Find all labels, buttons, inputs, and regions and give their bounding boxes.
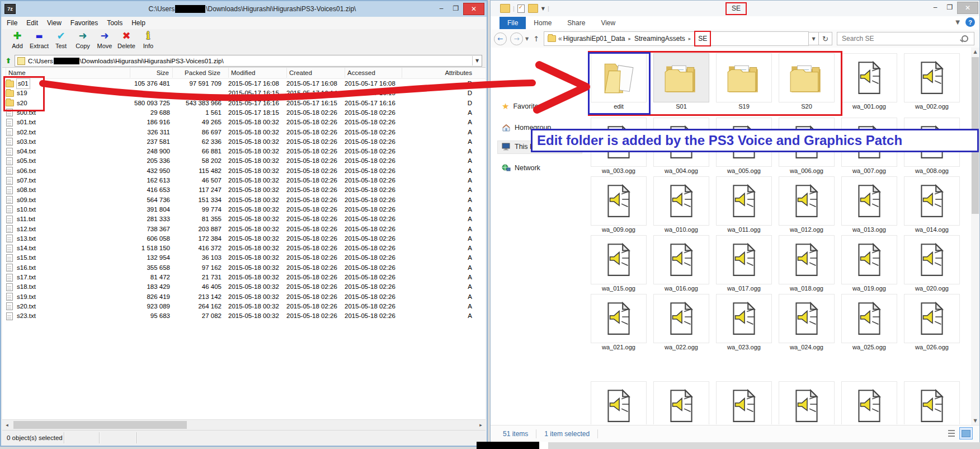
recent-locations-icon[interactable]: ▼	[525, 36, 529, 41]
column-header-modified[interactable]: Modified	[228, 68, 284, 78]
file-item-wa_026.ogg[interactable]: wa_026.ogg	[904, 294, 960, 351]
close-button[interactable]: ✕	[957, 2, 978, 14]
file-item-wa_014.ogg[interactable]: wa_014.ogg	[904, 176, 960, 233]
delete-button[interactable]: ✖Delete	[116, 29, 137, 50]
table-row-s19.txt[interactable]: s19.txt826 419213 1422015-05-18 00:32201…	[2, 292, 486, 302]
copy-button[interactable]: ➜Copy	[72, 29, 93, 50]
table-row-s02.txt[interactable]: s02.txt326 31186 6972015-05-18 00:322015…	[2, 128, 486, 137]
file-item-wa_019.ogg[interactable]: wa_019.ogg	[841, 235, 897, 292]
search-box[interactable]	[837, 32, 974, 45]
up-icon[interactable]: ↑	[533, 35, 539, 43]
scroll-down-icon[interactable]: ▼	[971, 417, 979, 425]
up-one-level-icon[interactable]: ⬆	[2, 57, 15, 65]
table-row-s00.txt[interactable]: s00.txt29 6881 5612015-05-17 18:152015-0…	[2, 108, 486, 118]
breadcrumb-item-higurashiep01_data[interactable]: HigurashiEp01_Data	[563, 35, 625, 43]
folder-item-S01[interactable]: S01	[653, 53, 709, 110]
chevron-right-icon[interactable]: ▸	[689, 36, 691, 41]
details-view-button[interactable]	[945, 427, 958, 439]
qat-dropdown-icon[interactable]: ▼	[541, 6, 545, 11]
file-item-wa_023.ogg[interactable]: wa_023.ogg	[716, 294, 772, 351]
breadcrumb-item-streamingassets[interactable]: StreamingAssets	[634, 35, 685, 43]
menu-tools[interactable]: Tools	[102, 19, 127, 27]
file-item-partial[interactable]	[841, 381, 897, 424]
vertical-scrollbar[interactable]: ▲ ▼	[971, 48, 979, 425]
minimize-button[interactable]: –	[434, 3, 449, 14]
tab-view[interactable]: View	[593, 17, 623, 29]
menu-help[interactable]: Help	[127, 19, 150, 27]
forward-icon[interactable]: →	[510, 32, 523, 45]
tab-home[interactable]: Home	[526, 17, 559, 29]
file-item-partial[interactable]	[716, 381, 772, 424]
sevenzip-address-bar[interactable]: C:\Users\Downloads\Higurashi\HigurashiPS…	[15, 55, 482, 67]
file-item-wa_001.ogg[interactable]: wa_001.ogg	[841, 53, 897, 110]
table-row-s04.txt[interactable]: s04.txt248 90066 8812015-05-18 00:322015…	[2, 147, 486, 156]
table-row-s05.txt[interactable]: s05.txt205 33658 2022015-05-18 00:322015…	[2, 156, 486, 166]
table-row-s09.txt[interactable]: s09.txt564 736151 3342015-05-18 00:32201…	[2, 195, 486, 205]
table-row-s19[interactable]: s192015-05-17 16:152015-05-17 16:142015-…	[2, 88, 486, 98]
explorer-titlebar[interactable]: | ▼ | SE – ❐ ✕	[491, 1, 979, 16]
file-item-wa_002.ogg[interactable]: wa_002.ogg	[904, 53, 960, 110]
thumbnail-view-button[interactable]	[959, 427, 973, 439]
table-row-s07.txt[interactable]: s07.txt162 61346 5072015-05-18 00:322015…	[2, 176, 486, 185]
address-dropdown-icon[interactable]: ▼	[809, 32, 819, 45]
horizontal-scrollbar[interactable]: ◂ ▸	[2, 419, 486, 431]
file-item-wa_012.ogg[interactable]: wa_012.ogg	[779, 176, 835, 233]
search-input[interactable]	[837, 34, 962, 43]
file-item-wa_017.ogg[interactable]: wa_017.ogg	[716, 235, 772, 292]
menu-view[interactable]: View	[43, 19, 66, 27]
address-dropdown-icon[interactable]: ▼	[472, 56, 482, 66]
table-row-s18.txt[interactable]: s18.txt183 42946 4052015-05-18 00:322015…	[2, 282, 486, 292]
chevron-right-icon[interactable]: ▸	[629, 36, 632, 41]
table-row-s15.txt[interactable]: s15.txt132 95436 1032015-05-18 00:322015…	[2, 253, 486, 263]
minimize-button[interactable]: –	[928, 2, 943, 13]
menu-favorites[interactable]: Favorites	[66, 19, 102, 27]
file-item-partial[interactable]	[904, 381, 960, 424]
expand-ribbon-icon[interactable]: ▼	[955, 19, 960, 25]
file-item-wa_011.ogg[interactable]: wa_011.ogg	[716, 176, 772, 233]
table-row-s20[interactable]: s20580 093 725543 383 9662015-05-17 16:1…	[2, 99, 486, 108]
file-item-wa_020.ogg[interactable]: wa_020.ogg	[904, 235, 960, 292]
help-icon[interactable]: ?	[965, 17, 975, 27]
table-row-s01[interactable]: s01105 376 48197 591 7092015-05-17 16:08…	[2, 79, 486, 88]
refresh-icon[interactable]: ↻	[819, 32, 832, 45]
table-row-s12.txt[interactable]: s12.txt738 367203 8872015-05-18 00:32201…	[2, 225, 486, 234]
table-row-s01.txt[interactable]: s01.txt186 91649 2652015-05-18 00:322015…	[2, 118, 486, 127]
scroll-up-icon[interactable]: ▲	[971, 48, 979, 56]
column-header-size[interactable]: Size	[130, 68, 170, 78]
sevenzip-titlebar[interactable]: 7z C:\Users\Downloads\Higurashi\Higurash…	[1, 1, 487, 17]
file-item-wa_024.ogg[interactable]: wa_024.ogg	[779, 294, 835, 351]
folder-item-edit[interactable]: edit	[591, 53, 647, 110]
tab-share[interactable]: Share	[559, 17, 593, 29]
file-item-wa_018.ogg[interactable]: wa_018.ogg	[779, 235, 835, 292]
extract-button[interactable]: ▬Extract	[29, 29, 50, 50]
folder-item-S19[interactable]: S19	[716, 53, 772, 110]
file-item-partial[interactable]	[591, 381, 647, 424]
new-folder-icon[interactable]	[528, 4, 538, 13]
table-row-s23.txt[interactable]: s23.txt95 68327 0822015-05-18 00:322015-…	[2, 311, 486, 321]
scrollbar-thumb[interactable]	[13, 421, 187, 429]
table-header[interactable]: NameSizePacked SizeModifiedCreatedAccess…	[2, 68, 486, 79]
address-bar[interactable]: « HigurashiEp01_Data▸StreamingAssets▸SE	[544, 31, 809, 46]
table-row-s20.txt[interactable]: s20.txt923 089264 1622015-05-18 00:32201…	[2, 302, 486, 311]
scroll-left-icon[interactable]: ◂	[2, 420, 12, 429]
table-row-s14.txt[interactable]: s14.txt1 518 150416 3722015-05-18 00:322…	[2, 244, 486, 253]
file-item-wa_010.ogg[interactable]: wa_010.ogg	[653, 176, 709, 233]
back-icon[interactable]: ←	[494, 32, 507, 45]
table-row-s17.txt[interactable]: s17.txt81 47221 7312015-05-18 00:322015-…	[2, 273, 486, 282]
properties-icon[interactable]	[517, 4, 525, 13]
column-header-name[interactable]: Name	[6, 68, 129, 78]
file-item-wa_022.ogg[interactable]: wa_022.ogg	[653, 294, 709, 351]
menu-file[interactable]: File	[2, 19, 22, 27]
file-item-wa_021.ogg[interactable]: wa_021.ogg	[591, 294, 647, 351]
table-row-s03.txt[interactable]: s03.txt237 58162 3362015-05-18 00:322015…	[2, 137, 486, 147]
info-button[interactable]: iInfo	[138, 29, 159, 50]
menu-edit[interactable]: Edit	[22, 19, 43, 27]
breadcrumb-item-se[interactable]: SE	[698, 35, 707, 43]
sidebar-item-network[interactable]: Network	[502, 164, 540, 172]
table-row-s10.txt[interactable]: s10.txt391 80499 7742015-05-18 00:322015…	[2, 205, 486, 214]
table-row-s08.txt[interactable]: s08.txt416 653117 2472015-05-18 00:32201…	[2, 185, 486, 195]
scroll-right-icon[interactable]: ▸	[476, 420, 486, 429]
maximize-button[interactable]: ❐	[943, 2, 957, 13]
move-button[interactable]: ➜Move	[94, 29, 115, 50]
file-item-wa_015.ogg[interactable]: wa_015.ogg	[591, 235, 647, 292]
